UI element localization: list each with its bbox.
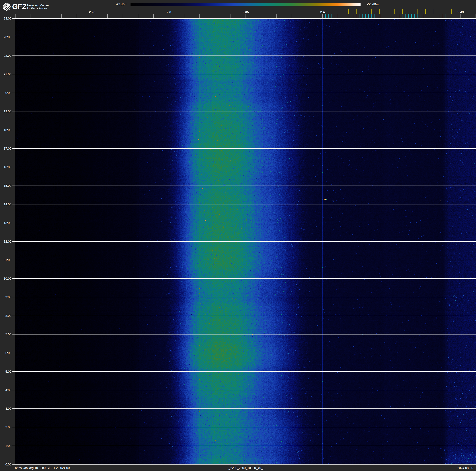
frequency-tick-label: 2.4 — [316, 10, 329, 14]
time-tick-label: 11:00 — [0, 258, 11, 262]
hour-gridline — [12, 408, 476, 409]
ble-channel-tick — [344, 14, 344, 18]
wifi-channel-tick — [418, 9, 418, 14]
frequency-major-tick — [107, 14, 108, 18]
time-tick-label: 9:00 — [0, 295, 11, 299]
hour-gridline — [12, 446, 476, 446]
frequency-major-tick — [292, 14, 292, 18]
time-tick-label: 20:00 — [0, 91, 11, 95]
hour-gridline — [12, 204, 476, 204]
ble-channel-tick — [332, 14, 332, 18]
time-tick-label: 3:00 — [0, 407, 11, 410]
frequency-major-tick — [261, 14, 261, 18]
ble-channel-tick — [368, 14, 369, 18]
time-tick-label: 22:00 — [0, 54, 11, 57]
ble-channel-tick — [387, 14, 387, 18]
wifi-channel-tick — [387, 9, 387, 14]
time-tick-label: 18:00 — [0, 128, 11, 132]
hour-gridline — [12, 185, 476, 186]
time-tick-label: 16:00 — [0, 165, 11, 169]
frequency-axis-line — [12, 18, 476, 18]
frequency-major-tick — [476, 14, 476, 18]
hour-gridline — [12, 241, 476, 242]
frequency-major-tick — [169, 14, 169, 18]
ble-channel-tick — [353, 14, 353, 18]
ble-channel-tick — [325, 14, 326, 18]
ble-channel-tick — [430, 14, 430, 18]
frequency-tick-label: 2.3 — [162, 10, 176, 14]
ble-channel-tick — [335, 14, 335, 18]
ble-channel-tick — [356, 14, 357, 18]
footer-dataset-label: 1_2200_2500_10000_40_0 — [169, 465, 323, 471]
wifi-channel-tick — [394, 9, 395, 14]
ble-channel-tick — [408, 14, 408, 18]
time-tick-label: 21:00 — [0, 72, 11, 76]
frequency-major-tick — [276, 14, 276, 18]
ble-channel-tick — [390, 14, 390, 18]
wifi-channel-tick — [433, 9, 433, 14]
hour-gridline — [12, 55, 476, 56]
time-tick-label: 5:00 — [0, 370, 11, 373]
ble-channel-tick — [362, 14, 362, 18]
time-tick-label: 19:00 — [0, 109, 11, 113]
time-tick-label: 17:00 — [0, 147, 11, 150]
frequency-major-tick — [92, 14, 92, 18]
frequency-major-tick — [153, 14, 154, 18]
ble-channel-tick — [347, 14, 347, 18]
time-tick-label: 1:00 — [0, 444, 11, 448]
hour-gridline — [12, 37, 476, 37]
logo-subtitle: Helmholtz Centre for Geosciences — [27, 4, 49, 10]
time-tick-label: 14:00 — [0, 202, 11, 206]
ble-channel-tick — [445, 14, 445, 18]
frequency-major-tick — [307, 14, 307, 18]
ble-channel-tick — [421, 14, 421, 18]
time-tick-label: 15:00 — [0, 184, 11, 188]
ble-channel-tick — [427, 14, 427, 18]
frequency-major-tick — [200, 14, 200, 18]
time-tick-label: 6:00 — [0, 351, 11, 355]
frequency-major-tick — [15, 14, 16, 18]
wifi-channel-tick — [372, 9, 372, 14]
time-tick-label: 24:00 — [0, 17, 11, 20]
logo-subtitle-line1: Helmholtz Centre — [27, 4, 49, 7]
ble-channel-tick — [424, 14, 424, 18]
frequency-tick-label: 2.49 — [454, 10, 468, 14]
time-tick-label: 10:00 — [0, 277, 11, 280]
frequency-tick-label: 2.35 — [239, 10, 253, 14]
ble-channel-tick — [338, 14, 338, 18]
wifi-channel-tick — [451, 9, 452, 14]
frequency-major-tick — [123, 14, 123, 18]
wifi-channel-tick — [410, 9, 410, 14]
logo-subtitle-line2: for Geosciences — [27, 7, 49, 10]
logo-org-text: GFZ — [12, 2, 26, 11]
ble-channel-tick — [384, 14, 384, 18]
ble-channel-tick — [359, 14, 359, 18]
frequency-major-tick — [61, 14, 62, 18]
time-tick-label: 13:00 — [0, 221, 11, 225]
hour-gridline — [12, 260, 476, 260]
hour-gridline — [12, 427, 476, 427]
time-tick-label: 2:00 — [0, 425, 11, 429]
hour-gridline — [12, 297, 476, 297]
wifi-channel-tick — [348, 9, 349, 14]
time-tick-label: 23:00 — [0, 35, 11, 39]
ble-channel-tick — [393, 14, 393, 18]
ble-channel-tick — [436, 14, 436, 18]
colorbar-min-label: -75 dBm — [116, 3, 127, 6]
hour-gridline — [12, 111, 476, 111]
time-tick-label: 4:00 — [0, 388, 11, 392]
frequency-major-tick — [215, 14, 215, 18]
hour-gridline — [12, 167, 476, 167]
frequency-major-tick — [138, 14, 138, 18]
hour-gridline — [12, 74, 476, 74]
wifi-channel-tick — [425, 9, 426, 14]
hour-gridline — [12, 390, 476, 390]
frequency-major-tick — [460, 14, 461, 18]
hour-gridline — [12, 353, 476, 353]
wifi-channel-tick — [341, 9, 341, 14]
ble-channel-tick — [418, 14, 418, 18]
hour-gridline — [12, 93, 476, 93]
colorbar-max-label: -55 dBm — [367, 3, 379, 6]
ble-channel-tick — [439, 14, 439, 18]
hour-gridline — [12, 130, 476, 130]
